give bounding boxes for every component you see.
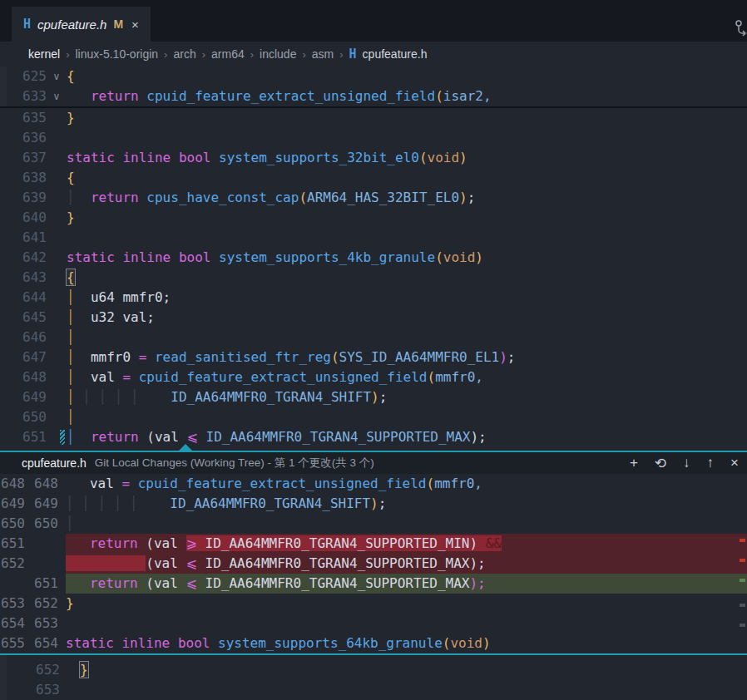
code-line-652[interactable]: 652} [0, 660, 747, 680]
diff-line-context[interactable]: 654653 [0, 614, 747, 633]
line-number: 644 [0, 288, 47, 308]
code-line-645[interactable]: 645│ u32 val; [0, 308, 747, 328]
code-token [75, 349, 91, 365]
code-line-640[interactable]: 640} [0, 208, 747, 228]
code-token [114, 635, 122, 651]
overview-ruler-mark [740, 604, 745, 607]
code-token: ARM64_HAS_32BIT_EL0 [307, 190, 459, 205]
code-token: │ [67, 329, 75, 345]
code-line-638[interactable]: 638{ [0, 168, 747, 188]
code-token: ) [459, 190, 467, 205]
chevron-right-icon: › [339, 48, 343, 61]
code-line-644[interactable]: 644│ u64 mmfr0; [0, 288, 747, 308]
code-token [131, 369, 139, 385]
fold-chevron-icon[interactable]: ∨ [47, 86, 67, 106]
revert-change-button[interactable]: ⟲ [655, 455, 666, 472]
next-change-button[interactable]: ↓ [683, 455, 690, 472]
code-line-646[interactable]: 646│ [0, 328, 747, 348]
code-text: (val ⩽ ID_AA64MMFR0_TGRAN4_SUPPORTED_MAX… [66, 554, 747, 574]
code-token [115, 249, 123, 265]
code-token: mmfr0 [91, 349, 139, 365]
code-token: cpuid_feature_extract_unsigned_field [146, 88, 435, 104]
line-number: 640 [0, 208, 47, 228]
code-token: ) [459, 150, 467, 165]
breadcrumb-item-arch[interactable]: arch [173, 47, 195, 61]
stage-change-button[interactable]: + [630, 455, 638, 472]
code-line-639[interactable]: 639│ return cpus_have_const_cap(ARM64_HA… [0, 188, 747, 208]
diff-line-removed[interactable]: 651 return (val ⩾ ID_AA64MMFR0_TGRAN4_SU… [0, 534, 747, 554]
code-token: } [67, 110, 75, 126]
tab-cpufeature[interactable]: H cpufeature.h M × [12, 7, 151, 42]
code-token: ( [331, 349, 339, 365]
code-token: cpuid_feature_extract_unsigned_field [139, 369, 428, 385]
line-number: 639 [0, 188, 47, 208]
code-line-633[interactable]: 633∨ return cpuid_feature_extract_unsign… [0, 86, 747, 106]
glyph-margin [47, 248, 67, 268]
code-token [170, 635, 178, 651]
code-token [210, 249, 219, 265]
code-text: } [67, 108, 747, 128]
code-line-649[interactable]: 649│ │ │ │ │ ID_AA64MMFR0_TGRAN4_SHIFT); [0, 387, 747, 407]
code-line-642[interactable]: 642static inline bool system_supports_4k… [0, 248, 747, 268]
code-text: │ [66, 514, 747, 534]
code-text: │ │ │ │ │ ID_AA64MMFR0_TGRAN4_SHIFT); [66, 494, 747, 514]
code-line-643[interactable]: 643{ [0, 268, 747, 288]
close-peek-button[interactable]: × [730, 455, 739, 472]
fold-chevron-icon[interactable]: ∨ [47, 67, 67, 86]
original-line-number: 649 [0, 494, 25, 514]
code-token: inline [122, 249, 171, 265]
breadcrumb-item-linux-5.10-origin[interactable]: linux-5.10-origin [75, 47, 158, 61]
source-control-compare-icon[interactable] [732, 18, 747, 43]
code-token: val [90, 476, 122, 491]
editor-code-area[interactable]: 635}636637static inline bool system_supp… [0, 108, 747, 451]
diff-line-context[interactable]: 650650│ [0, 514, 747, 534]
glyph-margin [60, 680, 80, 700]
glyph-margin [47, 128, 67, 148]
diff-line-context[interactable]: 655654static inline bool system_supports… [0, 633, 747, 653]
code-line-648[interactable]: 648│ val = cpuid_feature_extract_unsigne… [0, 367, 747, 387]
code-line-650[interactable]: 650│ [0, 407, 747, 427]
code-line-637[interactable]: 637static inline bool system_supports_32… [0, 148, 747, 168]
line-number: 636 [0, 128, 47, 148]
git-modified-gutter-marker [60, 430, 65, 445]
glyph-margin [47, 427, 67, 447]
original-line-number [0, 574, 25, 594]
code-token: │ [66, 515, 74, 531]
diff-editor[interactable]: 648648 val = cpuid_feature_extract_unsig… [0, 474, 747, 655]
line-number: 635 [0, 108, 47, 128]
diff-line-context[interactable]: 649649│ │ │ │ │ ID_AA64MMFR0_TGRAN4_SHIF… [0, 494, 747, 514]
code-token: ( [427, 476, 435, 491]
diff-line-removed[interactable]: 652 (val ⩽ ID_AA64MMFR0_TGRAN4_SUPPORTED… [0, 554, 747, 574]
code-line-636[interactable]: 636 [0, 128, 747, 148]
code-token [198, 429, 206, 445]
code-text: { [67, 268, 747, 288]
line-number: 650 [0, 407, 47, 427]
line-number: 643 [0, 268, 47, 288]
code-line-651[interactable]: 651│ return (val ⩽ ID_AA64MMFR0_TGRAN4_S… [0, 427, 747, 447]
editor-code-area-below-peek[interactable]: 652}653 [0, 655, 747, 700]
code-line-635[interactable]: 635} [0, 108, 747, 128]
diff-line-context[interactable]: 653652} [0, 594, 747, 614]
diff-line-added[interactable]: 651 return (val ⩽ ID_AA64MMFR0_TGRAN4_SU… [0, 574, 747, 594]
original-line-number: 654 [0, 614, 25, 633]
diff-line-context[interactable]: 648648 val = cpuid_feature_extract_unsig… [0, 474, 747, 494]
code-token: mmfr0, [434, 476, 482, 491]
code-line-625[interactable]: 625∨{ [0, 67, 747, 86]
close-tab-icon[interactable]: × [131, 17, 139, 32]
code-token: return [91, 190, 139, 205]
code-token: u32 val; [91, 309, 155, 325]
previous-change-button[interactable]: ↑ [707, 455, 715, 472]
breadcrumb-item-asm[interactable]: asm [312, 47, 334, 61]
code-line-653[interactable]: 653 [0, 680, 747, 700]
breadcrumb-item-cpufeature.h[interactable]: cpufeature.h [363, 47, 428, 61]
code-token: ) [370, 495, 378, 511]
code-line-641[interactable]: 641 [0, 228, 747, 248]
breadcrumb-item-include[interactable]: include [260, 47, 296, 61]
breadcrumb-item-arm64[interactable]: arm64 [211, 47, 245, 61]
code-token: │ [67, 289, 75, 305]
line-number: 637 [0, 148, 47, 168]
modified-line-number [25, 554, 58, 574]
code-line-647[interactable]: 647│ mmfr0 = read_sanitised_ftr_reg(SYS_… [0, 348, 747, 367]
code-text: static inline bool system_supports_64kb_… [66, 633, 747, 653]
breadcrumb-item-kernel[interactable]: kernel [28, 47, 60, 61]
